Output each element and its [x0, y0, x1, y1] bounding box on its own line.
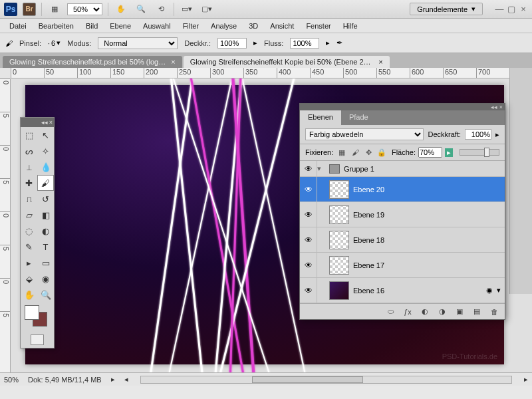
- flow-flyout-icon[interactable]: ▸: [326, 39, 330, 47]
- eraser-tool-icon[interactable]: ▱: [21, 207, 37, 223]
- zoom-tool-icon[interactable]: 🔍: [134, 2, 148, 17]
- scroll-right-icon[interactable]: ▸: [524, 375, 528, 384]
- move-tool-icon[interactable]: ↖: [37, 127, 54, 143]
- quickmask-icon[interactable]: [31, 334, 44, 345]
- layer-opacity-input[interactable]: [465, 129, 491, 140]
- flow-input[interactable]: [290, 38, 319, 49]
- brush-preset[interactable]: ·6▾: [48, 39, 61, 47]
- crop-tool-icon[interactable]: ⟂: [21, 159, 37, 175]
- document-tab[interactable]: Glowing Streifenscheineffekt.psd bei 50%…: [3, 56, 182, 68]
- layer-name[interactable]: Ebene 17: [353, 261, 505, 269]
- blend-mode-select[interactable]: Normal: [98, 37, 178, 49]
- layer-row[interactable]: 👁 Ebene 20: [300, 177, 505, 202]
- layer-row[interactable]: 👁 Ebene 17: [300, 253, 505, 278]
- opacity-flyout-icon[interactable]: ▸: [253, 39, 257, 47]
- lock-position-icon[interactable]: ✥: [364, 148, 373, 157]
- view-extras-icon[interactable]: ▦: [47, 2, 62, 17]
- menu-item[interactable]: Filter: [178, 20, 204, 32]
- layer-row[interactable]: 👁 Ebene 19: [300, 202, 505, 227]
- layer-row[interactable]: 👁 Ebene 18: [300, 227, 505, 253]
- tab-layers[interactable]: Ebenen: [300, 110, 341, 125]
- layer-row[interactable]: 👁 Ebene 16 ◉ ▾: [300, 278, 505, 303]
- menu-item[interactable]: Bearbeiten: [33, 20, 79, 32]
- new-group-icon[interactable]: ▣: [454, 307, 465, 316]
- opacity-arrow-icon[interactable]: ▸: [495, 130, 499, 139]
- lock-paint-icon[interactable]: 🖌: [350, 148, 360, 157]
- layer-name[interactable]: Ebene 18: [353, 236, 505, 244]
- brush-icon[interactable]: 🖌: [5, 39, 13, 47]
- close-icon[interactable]: ×: [519, 5, 528, 14]
- ruler-vertical[interactable]: 05050505: [0, 78, 11, 372]
- menu-item[interactable]: Ansicht: [265, 20, 299, 32]
- visibility-toggle-icon[interactable]: 👁: [300, 253, 317, 277]
- menu-item[interactable]: Fenster: [301, 20, 336, 32]
- menu-item[interactable]: Analyse: [205, 20, 242, 32]
- scroll-left-icon[interactable]: ◂: [124, 375, 128, 384]
- tab-close-icon[interactable]: ×: [378, 58, 382, 66]
- visibility-toggle-icon[interactable]: 👁: [300, 177, 317, 201]
- delete-layer-icon[interactable]: 🗑: [489, 308, 499, 316]
- arrange-docs-icon[interactable]: ▭▾: [180, 2, 194, 17]
- layer-thumbnail[interactable]: [329, 205, 349, 224]
- visibility-toggle-icon[interactable]: 👁: [300, 227, 317, 252]
- eyedropper-tool-icon[interactable]: 💧: [37, 159, 54, 175]
- lock-transparency-icon[interactable]: ▦: [337, 148, 346, 157]
- panel-close-icon[interactable]: ×: [499, 104, 503, 110]
- layer-blend-select[interactable]: Farbig abwedeln: [305, 128, 424, 140]
- group-expand-icon[interactable]: ▾: [317, 164, 325, 173]
- layer-name[interactable]: Ebene 20: [353, 186, 505, 194]
- shape-tool-icon[interactable]: ▭: [37, 255, 54, 271]
- brush-tool-icon[interactable]: 🖌: [37, 175, 54, 191]
- document-tab[interactable]: Glowing Streifenscheineffekt Kopie bei 5…: [184, 56, 390, 68]
- hand-tool-icon[interactable]: ✋: [21, 287, 37, 303]
- rotate-view-icon[interactable]: ⟲: [154, 2, 168, 17]
- layer-name[interactable]: Ebene 16: [353, 287, 486, 295]
- lasso-tool-icon[interactable]: ᔕ: [21, 143, 37, 159]
- layer-effects-expand-icon[interactable]: ▾: [497, 286, 501, 295]
- maximize-icon[interactable]: ▢: [507, 5, 516, 14]
- scrollbar-horizontal[interactable]: [140, 376, 512, 384]
- new-layer-icon[interactable]: ▤: [471, 307, 482, 316]
- fill-arrow-icon[interactable]: ▸: [445, 148, 453, 157]
- menu-item[interactable]: Auswahl: [138, 20, 176, 32]
- menu-item[interactable]: Ebene: [104, 20, 136, 32]
- workspace-select[interactable]: Grundelemente▾: [410, 3, 483, 15]
- menu-item[interactable]: Bild: [80, 20, 103, 32]
- hand-tool-icon[interactable]: ✋: [114, 2, 128, 17]
- layer-thumbnail[interactable]: [329, 256, 349, 275]
- gradient-tool-icon[interactable]: ◧: [37, 207, 54, 223]
- layer-mask-icon[interactable]: ◐: [420, 307, 430, 316]
- status-flyout-icon[interactable]: ▸: [111, 375, 115, 384]
- fill-slider[interactable]: [460, 149, 499, 156]
- tab-paths[interactable]: Pfade: [341, 110, 376, 125]
- menu-item[interactable]: Hilfe: [338, 20, 363, 32]
- stamp-tool-icon[interactable]: ⎍: [21, 191, 37, 207]
- toolbox-collapse-icon[interactable]: ◂◂: [41, 120, 48, 126]
- blur-tool-icon[interactable]: ◌: [21, 223, 37, 239]
- toolbox-close-icon[interactable]: ×: [49, 120, 53, 126]
- foreground-swatch[interactable]: [25, 305, 39, 320]
- tab-close-icon[interactable]: ×: [171, 58, 175, 66]
- screen-mode-icon[interactable]: ▢▾: [200, 2, 214, 17]
- layer-group-row[interactable]: 👁 ▾ Gruppe 1: [300, 161, 505, 177]
- visibility-toggle-icon[interactable]: 👁: [300, 202, 317, 227]
- history-brush-tool-icon[interactable]: ↺: [37, 191, 54, 207]
- fill-input[interactable]: [418, 147, 442, 158]
- opacity-input[interactable]: [217, 38, 247, 49]
- link-layers-icon[interactable]: ⬭: [385, 307, 396, 316]
- menu-item[interactable]: 3D: [243, 20, 263, 32]
- airbrush-icon[interactable]: ✒: [336, 39, 342, 47]
- wand-tool-icon[interactable]: ✧: [37, 143, 54, 159]
- lock-all-icon[interactable]: 🔒: [377, 148, 386, 157]
- visibility-toggle-icon[interactable]: 👁: [300, 278, 317, 303]
- layer-name[interactable]: Ebene 19: [353, 211, 505, 219]
- layer-thumbnail[interactable]: [329, 180, 349, 199]
- 3d-camera-tool-icon[interactable]: ◉: [37, 271, 54, 287]
- pen-tool-icon[interactable]: ✎: [21, 239, 37, 255]
- layer-thumbnail[interactable]: [329, 281, 349, 300]
- dodge-tool-icon[interactable]: ◐: [37, 223, 54, 239]
- zoom-select[interactable]: 50%: [67, 3, 102, 15]
- zoom-tool-icon[interactable]: 🔍: [37, 287, 54, 303]
- text-tool-icon[interactable]: T: [37, 239, 54, 255]
- minimize-icon[interactable]: —: [495, 5, 504, 14]
